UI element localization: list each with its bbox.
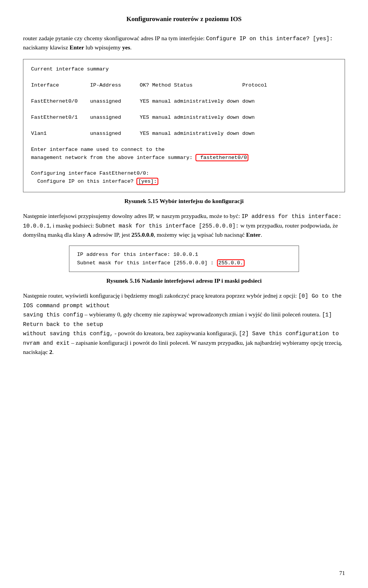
para2-code1b: saving this config: [23, 312, 83, 318]
terminal-line-blank3: [31, 106, 337, 114]
terminal-line-enter1: Enter interface name used to connect to …: [31, 146, 337, 154]
terminal-line-mgmt: management network from the above interf…: [31, 154, 337, 162]
para1: Następnie interfejsowi przypisujemy dowo…: [23, 211, 345, 239]
para2: Następnie router, wyświetli konfigurację…: [23, 291, 345, 357]
terminal-line-blank2: [31, 90, 337, 98]
terminal-line-configuring: Configuring interface FastEthernet0/0:: [31, 170, 337, 178]
intro-enter-bold: Enter: [69, 44, 84, 51]
terminal2-line1: IP address for this interface: 10.0.0.1: [77, 251, 291, 259]
highlight-mask: 255.0.0.: [217, 259, 245, 267]
caption-1: Rysunek 5.15 Wybór interfejsu do konfigu…: [23, 198, 345, 205]
para2-code1: [0] Go to the IOS command prompt without: [23, 293, 342, 308]
para1-enter: Enter: [246, 231, 261, 238]
terminal-line-blank6: [31, 162, 337, 170]
para1-class-a: A: [87, 231, 91, 238]
highlight-yes: [yes]:: [136, 178, 158, 185]
para1-code2: Subnet mask for this interface [255.0.0.…: [95, 223, 239, 229]
page-title: Konfigurowanie routerów z poziomu IOS: [23, 15, 345, 23]
page-number: 71: [339, 570, 345, 577]
intro-configure-code: Configure IP on this interface? [yes]:: [206, 36, 333, 42]
terminal-line-1: Current interface summary: [31, 66, 337, 74]
para2-num2: 2: [49, 349, 52, 355]
terminal-line-header: Interface IP-Address OK? Method Status P…: [31, 82, 337, 90]
para2-code2b: without saving this config,: [23, 331, 113, 337]
terminal-line-blank5: [31, 138, 337, 146]
terminal2-line2: Subnet mask for this interface [255.0.0.…: [77, 259, 291, 267]
intro-paragraph: router zadaje pytanie czy chcemy skonfig…: [23, 34, 345, 52]
terminal-line-fe00: FastEthernet0/0 unassigned YES manual ad…: [31, 98, 337, 106]
terminal-box-2: IP address for this interface: 10.0.0.1 …: [69, 246, 299, 272]
terminal-box-1: Current interface summary Interface IP-A…: [23, 59, 345, 192]
terminal-line-blank1: [31, 74, 337, 82]
caption-2: Rysunek 5.16 Nadanie interfejsowi adresu…: [23, 277, 345, 284]
terminal-line-blank4: [31, 122, 337, 130]
highlight-fastethernet: fastethernet0/0: [196, 154, 248, 161]
terminal-line-configure-ip: Configure IP on this interface? [yes]:: [31, 178, 337, 186]
terminal-line-fe01: FastEthernet0/1 unassigned YES manual ad…: [31, 114, 337, 122]
para1-255: 255.0.0.0: [131, 231, 154, 238]
intro-yes-bold: yes: [122, 44, 130, 51]
terminal-line-vlan1: Vlan1 unassigned YES manual administrati…: [31, 130, 337, 138]
